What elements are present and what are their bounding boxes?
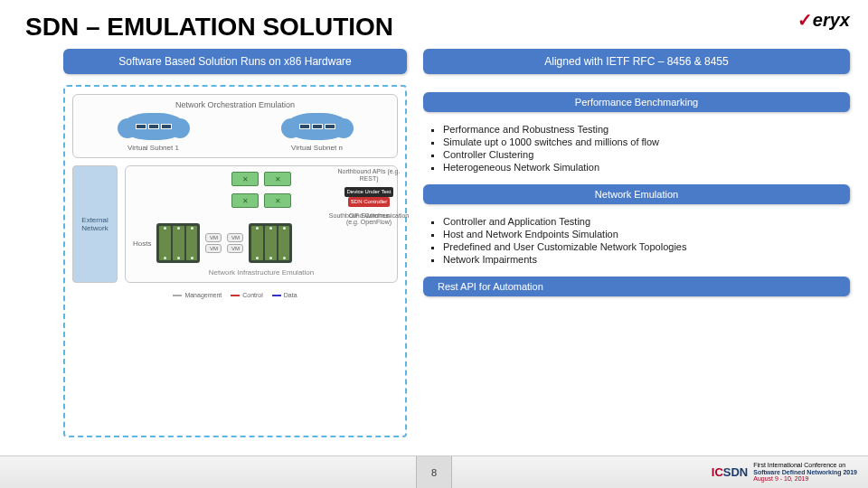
left-column: Software Based Solution Runs on x86 Hard… <box>63 49 407 437</box>
cloud-icon <box>286 113 349 140</box>
list-item: Performance and Robustness Testing <box>443 124 844 135</box>
orchestration-box: Network Orchestration Emulation Virtual … <box>72 94 398 158</box>
vm-icon: VM <box>227 233 243 242</box>
vm-icon: VM <box>205 244 222 253</box>
diagram-side-labels: Northbound APIs (e.g. REST) Device Under… <box>328 168 410 226</box>
southbound-label: Southbound Communication (e.g. OpenFlow) <box>328 212 410 226</box>
list-item: Controller and Application Testing <box>443 216 844 227</box>
northbound-label: Northbound APIs (e.g. REST) <box>328 168 410 182</box>
network-emulation-pill: Network Emulation <box>423 184 850 204</box>
server-rack-icon <box>249 223 292 263</box>
left-header-pill: Software Based Solution Runs on x86 Hard… <box>63 49 407 74</box>
conference-badge: ICSDN First International Conference on … <box>712 462 857 482</box>
slide-footer: 8 ICSDN First International Conference o… <box>0 455 868 488</box>
list-item: Controller Clustering <box>443 149 844 160</box>
switch-icon <box>231 193 259 208</box>
slide-title: SDN – EMULATION SOLUTION <box>25 13 393 42</box>
emulation-list: Controller and Application Testing Host … <box>423 211 850 270</box>
cloud-icon <box>122 113 185 140</box>
vm-icon: VM <box>205 233 222 242</box>
page-number: 8 <box>416 456 452 488</box>
server-rack-icon <box>156 223 200 263</box>
external-network-box: External Network <box>72 165 118 283</box>
content-area: Software Based Solution Runs on x86 Hard… <box>63 49 850 437</box>
switch-icon <box>264 172 291 186</box>
orchestration-title: Network Orchestration Emulation <box>80 100 390 109</box>
conf-line1: First International Conference on <box>753 462 857 468</box>
rest-api-pill: Rest API for Automation <box>423 277 850 296</box>
vm-stack: VM VM <box>227 233 243 253</box>
conf-line3: August 9 - 10, 2019 <box>753 475 857 482</box>
sdn-controller-box: SDN Controller <box>348 197 390 207</box>
logo-text: eryx <box>813 10 850 30</box>
vm-icon: VM <box>227 244 243 253</box>
legend-item: Management <box>173 292 222 298</box>
legend-item: Control <box>231 292 263 298</box>
vm-stack: VM VM <box>205 233 222 253</box>
icsdn-logo: ICSDN <box>712 465 748 479</box>
list-item: Predefined and User Customizable Network… <box>443 241 844 252</box>
performance-list: Performance and Robustness Testing Simul… <box>423 118 850 178</box>
switch-icon <box>264 193 291 208</box>
brand-logo: ✓eryx <box>797 9 850 31</box>
virtual-subnet-1: Virtual Subnet 1 <box>122 113 185 152</box>
infrastructure-label: Network Infrastructure Emulation <box>133 268 390 277</box>
list-item: Simulate upt o 1000 switches and million… <box>443 136 844 147</box>
subnet1-label: Virtual Subnet 1 <box>127 144 179 152</box>
list-item: Network Impairments <box>443 254 844 265</box>
virtual-subnet-n: Virtual Subnet n <box>286 113 349 152</box>
right-column: Aligned with IETF RFC – 8456 & 8455 Perf… <box>423 49 850 437</box>
check-icon: ✓ <box>797 10 813 30</box>
subnetn-label: Virtual Subnet n <box>291 144 343 152</box>
list-item: Host and Network Endpoints Simulation <box>443 229 844 239</box>
list-item: Heterogeneous Network Simulation <box>443 162 844 173</box>
hosts-label: Hosts <box>133 239 151 248</box>
legend: Management Control Data <box>72 292 398 298</box>
dut-box: Device Under Test <box>344 187 394 197</box>
architecture-diagram: Network Orchestration Emulation Virtual … <box>63 85 407 437</box>
legend-item: Data <box>272 292 297 298</box>
right-header-pill: Aligned with IETF RFC – 8456 & 8455 <box>423 49 850 74</box>
conf-line2: Software Defined Networking 2019 <box>753 469 857 475</box>
switch-icon <box>231 172 259 186</box>
performance-benchmarking-pill: Performance Benchmarking <box>423 92 850 112</box>
